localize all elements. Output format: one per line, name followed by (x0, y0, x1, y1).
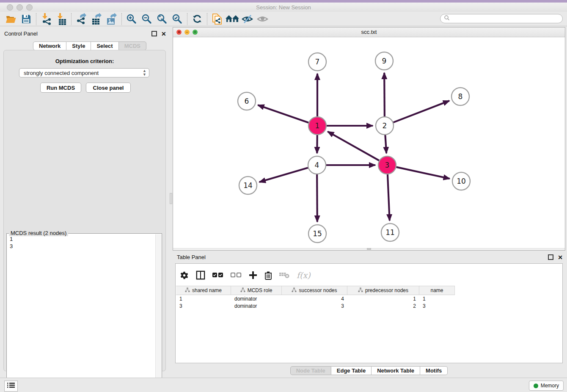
hide-selected-button[interactable] (240, 13, 255, 25)
import-table-button[interactable] (54, 13, 69, 25)
network-hscrollbar[interactable] (173, 248, 565, 250)
import-network-button[interactable] (39, 13, 54, 25)
show-columns-button[interactable] (196, 271, 205, 280)
graph-edge-4-15[interactable] (317, 174, 317, 222)
node-label: 8 (458, 92, 463, 101)
table-tab-node-table[interactable]: Node Table (290, 366, 331, 375)
select-all-button[interactable] (212, 272, 223, 278)
tab-network[interactable]: Network (33, 41, 66, 50)
memory-button[interactable]: Memory (529, 381, 564, 391)
network-window: ✕ − + scc.txt 7968124314101511 (173, 27, 565, 251)
float-panel-icon[interactable] (151, 31, 157, 36)
table-row[interactable]: 1dominator411 (176, 295, 562, 302)
table-row[interactable]: 3dominator323 (176, 302, 562, 309)
add-column-button[interactable] (249, 271, 257, 279)
deselect-all-button[interactable] (231, 272, 242, 278)
houses-icon (225, 14, 239, 24)
first-neighbors-button[interactable] (225, 13, 240, 25)
delete-table-button[interactable] (279, 272, 289, 279)
table-tabs: Node TableEdge TableNetwork TableMotifs (171, 366, 567, 375)
refresh-button[interactable] (190, 13, 205, 25)
graph-node-10[interactable]: 10 (452, 172, 470, 190)
close-panel-icon[interactable]: ✕ (161, 31, 166, 36)
export-image-button[interactable] (104, 13, 119, 25)
zoom-out-button[interactable] (139, 13, 154, 25)
close-panel-button[interactable]: Close panel (86, 83, 131, 93)
table-tab-motifs[interactable]: Motifs (420, 366, 448, 375)
graph-edge-2-8[interactable] (394, 101, 449, 122)
search-input[interactable] (450, 14, 562, 23)
graph-edge-2-3[interactable] (385, 135, 386, 153)
graph-edge-4-14[interactable] (259, 168, 308, 182)
minimize-window-button[interactable] (17, 4, 23, 11)
column-header-mcds-role[interactable]: MCDS role (231, 286, 282, 295)
close-window-button[interactable] (7, 4, 13, 11)
table-tab-edge-table[interactable]: Edge Table (331, 366, 372, 375)
graph-node-8[interactable]: 8 (451, 88, 469, 105)
save-floppy-icon (21, 14, 31, 24)
tab-select[interactable]: Select (91, 41, 118, 50)
graph-node-3[interactable]: 3 (378, 156, 396, 174)
graph-node-4[interactable]: 4 (308, 156, 326, 174)
tree-icon (185, 287, 190, 294)
graph-node-1[interactable]: 1 (308, 117, 326, 135)
criterion-select[interactable]: strongly connected component ▲▼ (19, 68, 149, 77)
table-cell[interactable]: 3 (419, 303, 455, 309)
fit-content-icon (157, 14, 168, 25)
table-cell[interactable]: 4 (282, 296, 347, 302)
zoom-selected-button[interactable] (170, 13, 185, 25)
graph-node-2[interactable]: 2 (376, 117, 394, 135)
function-builder-button[interactable]: f(x) (297, 271, 311, 280)
result-scrollbar[interactable] (155, 234, 161, 392)
graph-edge-3-10[interactable] (396, 167, 449, 179)
graph-node-11[interactable]: 11 (381, 224, 399, 241)
graph-edge-3-11[interactable] (388, 174, 390, 221)
open-session-button[interactable] (3, 13, 19, 25)
save-session-button[interactable] (19, 13, 34, 25)
graph-edge-1-6[interactable] (258, 105, 308, 123)
delete-column-button[interactable] (264, 271, 272, 280)
splitter-grip[interactable] (170, 193, 172, 204)
open-folder-icon (6, 14, 17, 24)
mcds-result-lines[interactable]: 13 (8, 235, 155, 250)
graph-node-7[interactable]: 7 (308, 53, 326, 71)
table-tab-network-table[interactable]: Network Table (372, 366, 420, 375)
toolbar-search (440, 14, 563, 23)
maximize-window-button[interactable] (26, 4, 33, 11)
task-history-button[interactable] (4, 381, 18, 392)
close-table-panel-icon[interactable]: ✕ (558, 255, 563, 260)
float-table-panel-icon[interactable] (548, 254, 553, 260)
graph-node-14[interactable]: 14 (239, 177, 257, 194)
column-header-name[interactable]: name (419, 286, 455, 295)
table-cell[interactable]: 3 (176, 303, 231, 309)
table-cell[interactable]: dominator (231, 303, 282, 309)
graph-node-15[interactable]: 15 (308, 225, 326, 243)
export-network-button[interactable] (74, 13, 89, 25)
graph-node-9[interactable]: 9 (375, 52, 393, 70)
table-cell[interactable]: 1 (419, 296, 455, 302)
tab-style[interactable]: Style (66, 41, 91, 50)
graph-edge-2-9[interactable] (384, 73, 385, 116)
table-cell[interactable]: 1 (347, 296, 419, 302)
show-all-button[interactable] (255, 13, 270, 25)
column-header-shared-name[interactable]: shared name (176, 286, 231, 295)
column-header-successor-nodes[interactable]: successor nodes (282, 286, 347, 295)
network-hscroll-thumb[interactable] (367, 248, 371, 250)
network-canvas[interactable]: 7968124314101511 (173, 37, 565, 248)
table-cell[interactable]: 2 (347, 303, 419, 309)
network-window-titlebar[interactable]: ✕ − + scc.txt (173, 28, 565, 37)
table-cell[interactable]: 3 (282, 303, 347, 309)
tab-mcds[interactable]: MCDS (119, 41, 146, 50)
toolbar-separator (187, 13, 187, 25)
duplicate-network-button[interactable] (209, 13, 225, 25)
export-table-button[interactable] (89, 13, 104, 25)
fit-content-button[interactable] (154, 13, 170, 25)
column-header-predecessor-nodes[interactable]: predecessor nodes (347, 286, 419, 295)
table-cell[interactable]: 1 (176, 296, 231, 302)
zoom-in-button[interactable] (124, 13, 139, 25)
graph-edge-3-1[interactable] (328, 132, 379, 160)
run-mcds-button[interactable]: Run MCDS (40, 83, 81, 93)
table-settings-button[interactable] (180, 271, 189, 280)
table-cell[interactable]: dominator (231, 296, 282, 302)
graph-node-6[interactable]: 6 (238, 92, 256, 110)
